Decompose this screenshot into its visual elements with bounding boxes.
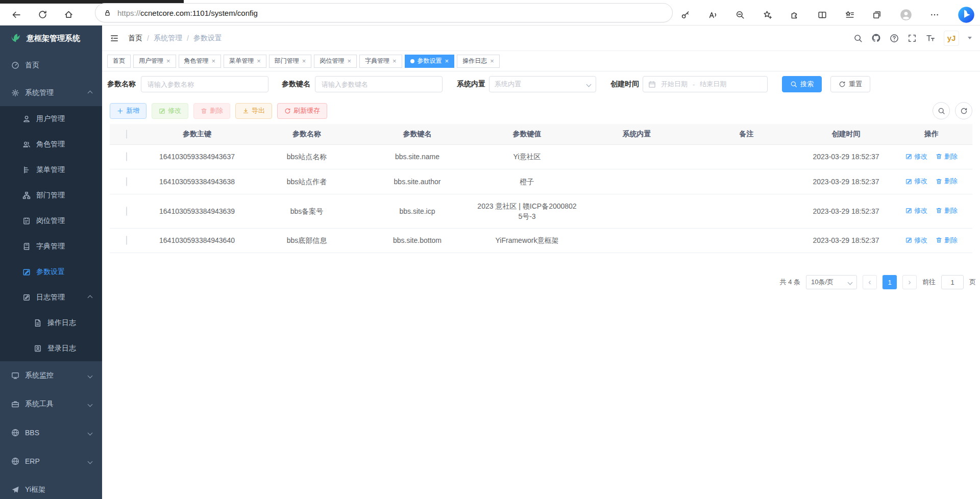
delete-button[interactable]: 删除 [193,103,230,119]
sidebar-item-label: BBS [25,429,39,437]
zoom-out-icon[interactable] [736,10,745,19]
tab-post-mgmt[interactable]: 岗位管理× [314,55,357,68]
close-icon[interactable]: × [445,58,449,64]
cell-actions: 修改 删除 [891,194,972,228]
collections-icon[interactable] [872,10,881,19]
password-key-icon[interactable] [681,10,690,19]
date-range-picker[interactable]: 开始日期 - 结束日期 [643,76,768,92]
favorites-bar-icon[interactable] [845,10,854,19]
tab-home[interactable]: 首页 [107,55,131,68]
sidebar-item-system-mgmt[interactable]: 系统管理 [0,80,102,106]
split-screen-icon[interactable] [818,10,827,19]
tab-role-mgmt[interactable]: 角色管理× [179,55,222,68]
close-icon[interactable]: × [302,58,306,64]
home-button[interactable] [64,10,74,19]
sidebar-item-param-settings[interactable]: 参数设置 [0,259,102,285]
search-button[interactable]: 搜索 [782,76,822,92]
tab-menu-mgmt[interactable]: 菜单管理× [224,55,266,68]
sidebar-item-log-mgmt[interactable]: 日志管理 [0,285,102,310]
read-aloud-icon[interactable] [708,10,718,19]
sidebar-collapse-icon[interactable] [110,34,119,43]
goto-page-input[interactable] [941,275,964,289]
param-key-input[interactable] [315,76,443,92]
more-menu-icon[interactable] [930,10,939,19]
row-checkbox[interactable] [126,152,127,161]
sidebar-item-login-log[interactable]: 登录日志 [0,336,102,361]
font-size-icon[interactable] [925,33,935,43]
github-icon[interactable] [871,33,881,43]
sidebar-item-post-mgmt[interactable]: 岗位管理 [0,208,102,234]
row-checkbox[interactable] [126,207,127,216]
fullscreen-icon[interactable] [908,34,917,43]
row-delete-link[interactable]: 删除 [936,206,958,216]
add-button[interactable]: 新增 [110,103,146,119]
caret-down-icon[interactable] [968,37,972,39]
sidebar-item-menu-mgmt[interactable]: 菜单管理 [0,157,102,183]
reset-button[interactable]: 重置 [830,76,870,92]
tab-dept-mgmt[interactable]: 部门管理× [269,55,312,68]
page-size-select[interactable]: 10条/页 [806,275,857,289]
sidebar-item-role-mgmt[interactable]: 角色管理 [0,132,102,157]
sidebar-item-user-mgmt[interactable]: 用户管理 [0,106,102,132]
cell-actions: 修改 删除 [891,169,972,194]
export-button[interactable]: 导出 [235,103,272,119]
table-row[interactable]: 1641030593384943640 bbs底部信息 bbs.site.bot… [110,228,972,253]
sidebar-item-dict-mgmt[interactable]: 字典管理 [0,234,102,259]
refresh-button[interactable] [38,10,47,19]
tab-param-settings[interactable]: 参数设置× [405,55,455,68]
cell-builtin [582,194,692,228]
user-avatar[interactable]: yJ [944,31,959,46]
search-icon[interactable] [853,34,863,43]
close-icon[interactable]: × [347,58,351,64]
table-row[interactable]: 1641030593384943639 bbs备案号 bbs.site.icp … [110,194,972,228]
sidebar-item-operation-log[interactable]: 操作日志 [0,310,102,336]
select-all-checkbox[interactable] [126,130,127,139]
current-page-button[interactable]: 1 [883,275,897,289]
row-edit-link[interactable]: 修改 [905,176,927,186]
sidebar-item-yi-framework[interactable]: Yi框架 [0,476,102,499]
row-delete-link[interactable]: 删除 [936,235,958,245]
tab-operation-log[interactable]: 操作日志× [457,55,500,68]
row-delete-link[interactable]: 删除 [936,176,958,186]
row-edit-link[interactable]: 修改 [905,152,927,162]
prev-page-button[interactable]: ‹ [863,275,877,289]
sidebar-item-home[interactable]: 首页 [0,51,102,80]
builtin-select[interactable]: 系统内置 [489,76,596,92]
sidebar-item-system-tools[interactable]: 系统工具 [0,390,102,418]
param-name-input[interactable] [141,76,268,92]
breadcrumb-home[interactable]: 首页 [128,34,142,43]
help-icon[interactable] [890,34,899,43]
row-delete-link[interactable]: 删除 [936,152,958,162]
back-button[interactable] [11,10,21,20]
close-icon[interactable]: × [257,58,261,64]
extensions-puzzle-icon[interactable] [790,10,799,19]
create-time-label: 创建时间 [610,80,639,89]
close-icon[interactable]: × [166,58,170,64]
close-icon[interactable]: × [490,58,494,64]
profile-avatar-icon[interactable] [900,9,912,21]
row-checkbox[interactable] [126,177,127,186]
refresh-cache-button[interactable]: 刷新缓存 [277,103,327,119]
toggle-search-button[interactable] [933,102,950,119]
tab-user-mgmt[interactable]: 用户管理× [133,55,176,68]
row-edit-link[interactable]: 修改 [905,235,927,245]
next-page-button[interactable]: › [902,275,917,289]
breadcrumb-separator: / [187,34,189,42]
row-edit-link[interactable]: 修改 [905,206,927,216]
address-bar[interactable]: https://ccnetcore.com:1101/system/config [95,3,673,22]
sidebar-item-erp[interactable]: ERP [0,447,102,476]
table-row[interactable]: 1641030593384943638 bbs站点作者 bbs.site.aut… [110,169,972,194]
close-icon[interactable]: × [212,58,216,64]
refresh-table-button[interactable] [955,102,972,119]
favorite-add-icon[interactable] [763,10,772,19]
edit-button[interactable]: 修改 [152,103,188,119]
bing-icon[interactable] [958,6,975,23]
table-row[interactable]: 1641030593384943637 bbs站点名称 bbs.site.nam… [110,144,972,169]
sidebar-item-bbs[interactable]: BBS [0,418,102,447]
sidebar-item-dept-mgmt[interactable]: 部门管理 [0,183,102,208]
tab-dict-mgmt[interactable]: 字典管理× [359,55,402,68]
sidebar-item-system-monitor[interactable]: 系统监控 [0,361,102,390]
row-checkbox[interactable] [126,236,127,245]
close-icon[interactable]: × [393,58,397,64]
cell-param-id: 1641030593384943638 [143,169,251,194]
